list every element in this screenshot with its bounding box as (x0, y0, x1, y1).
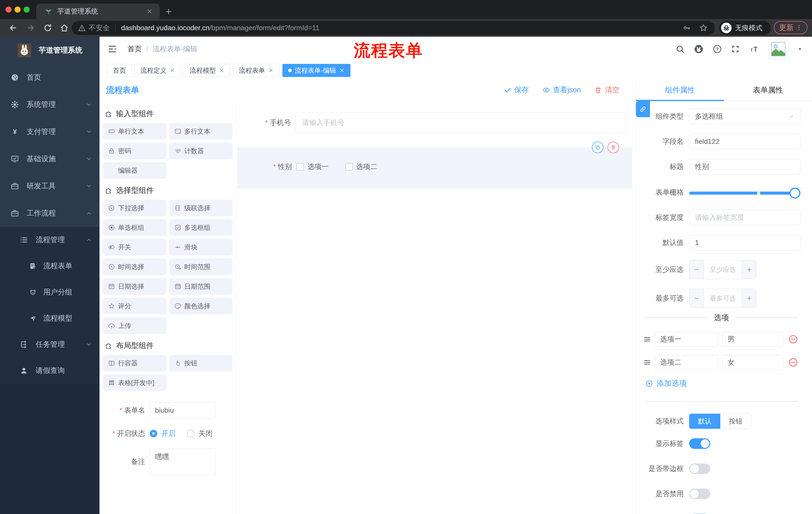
font-size-icon[interactable]: TT (749, 44, 760, 54)
component-item-下拉选择[interactable]: 下拉选择 (103, 200, 166, 216)
slider-handle[interactable] (789, 188, 801, 199)
component-item-上传[interactable]: 上传 (103, 317, 166, 334)
toggle-是否带边框[interactable] (689, 463, 710, 474)
component-item-级联选择[interactable]: 级联选择 (169, 200, 233, 216)
component-item-时间选择[interactable]: 时间选择 (103, 259, 166, 275)
status-off-radio[interactable] (187, 430, 195, 437)
phone-field-input[interactable] (295, 112, 626, 133)
fullscreen-icon[interactable] (731, 44, 740, 54)
tab-close-icon[interactable] (339, 67, 345, 73)
traffic-light-zoom[interactable] (24, 6, 30, 12)
status-on-radio[interactable] (150, 430, 157, 437)
collapse-sidebar-icon[interactable] (108, 44, 117, 54)
sidebar-item-0-首页[interactable]: 首页 (0, 64, 99, 91)
checkbox[interactable] (296, 163, 304, 170)
sidebar-item-2-支付管理[interactable]: ¥支付管理 (0, 118, 99, 145)
remark-textarea[interactable]: 嘿嘿 (150, 449, 215, 475)
home-button[interactable] (60, 23, 69, 32)
field-name-input[interactable] (689, 134, 801, 150)
remove-option-button[interactable] (788, 357, 798, 368)
page-tab-首页[interactable]: 首页 (107, 64, 132, 77)
sidebar-logo[interactable]: 芋道管理系统 (0, 37, 99, 64)
stepper-decrease-button[interactable] (689, 289, 703, 307)
page-tab-流程表单[interactable]: 流程表单 (233, 64, 279, 77)
stepper-increase-button[interactable] (742, 260, 756, 279)
gender-option-选项一[interactable]: 选项一 (296, 162, 329, 171)
grid-slider[interactable] (689, 192, 800, 195)
component-item-评分[interactable]: 评分 (103, 298, 166, 314)
page-tab-流程模型[interactable]: 流程模型 (184, 64, 230, 77)
sidebar-item-4-研发工具[interactable]: 研发工具 (0, 172, 99, 200)
forward-button[interactable] (26, 23, 35, 32)
component-item-编辑器[interactable]: 编辑器 (103, 162, 166, 179)
page-tab-流程表单-编辑[interactable]: 流程表单-编辑 (282, 64, 350, 77)
bookmark-star-icon[interactable] (699, 24, 708, 32)
option-name-input[interactable] (655, 355, 718, 370)
component-item-日期范围[interactable]: 日期范围 (169, 278, 233, 295)
option-name-input[interactable] (655, 332, 718, 347)
option-value-input[interactable] (722, 355, 783, 370)
add-option-button[interactable]: 添加选项 (645, 378, 801, 388)
avatar-caret-icon[interactable] (797, 46, 803, 52)
reload-button[interactable] (43, 23, 52, 32)
component-item-计数器[interactable]: 123计数器 (169, 142, 233, 159)
label-width-input[interactable] (689, 210, 801, 225)
back-button[interactable] (8, 23, 18, 32)
form-canvas[interactable]: 手机号 性别 选项一选项二 (236, 101, 636, 514)
min-select-input[interactable] (703, 260, 742, 279)
breadcrumb-home[interactable]: 首页 (127, 44, 142, 54)
component-type-select[interactable]: 多选框组 (689, 109, 801, 124)
traffic-light-close[interactable] (5, 6, 11, 12)
tab-close-icon[interactable] (170, 67, 175, 73)
new-tab-button[interactable] (165, 7, 173, 16)
stepper-decrease-button[interactable] (689, 260, 703, 279)
avatar[interactable] (768, 39, 788, 59)
component-item-密码[interactable]: 密码 (103, 142, 166, 159)
github-icon[interactable] (693, 44, 704, 54)
sidebar-item-3-基础设施[interactable]: 基础设施 (0, 145, 99, 172)
sidebar-subitem-3-流程模型[interactable]: 流程模型 (0, 305, 99, 331)
component-item-多选框组[interactable]: 多选框组 (169, 219, 233, 236)
traffic-light-minimize[interactable] (14, 6, 21, 12)
component-item-按钮[interactable]: 按钮 (169, 355, 233, 372)
stepper-increase-button[interactable] (742, 289, 756, 307)
component-item-单行文本[interactable]: 单行文本 (103, 123, 166, 140)
delete-component-button[interactable] (608, 141, 619, 153)
address-bar[interactable]: 不安全 dashboard.yudao.iocoder.cn /bpm/mana… (71, 21, 715, 35)
tab-close-icon[interactable] (146, 8, 153, 15)
checkbox[interactable] (345, 163, 353, 170)
tab-close-icon[interactable] (268, 67, 273, 73)
save-button[interactable]: 保存 (504, 85, 529, 95)
title-input[interactable] (689, 159, 801, 174)
tab-form-props[interactable]: 表单属性 (724, 79, 812, 101)
sidebar-item-1-系统管理[interactable]: 系统管理 (0, 91, 99, 118)
sidebar-item-5-工作流程[interactable]: 工作流程 (0, 200, 99, 227)
browser-menu-icon[interactable] (796, 24, 802, 31)
browser-tab[interactable]: 芋道管理系统 (36, 3, 160, 19)
component-item-日期选择[interactable]: 日期选择 (103, 278, 166, 295)
component-item-时间范围[interactable]: 时间范围 (169, 259, 233, 275)
sidebar-subitem-4-任务管理[interactable]: 任务管理 (0, 331, 99, 358)
option-style-默认[interactable]: 默认 (689, 414, 720, 429)
collapse-panel-handle[interactable] (636, 101, 650, 117)
gender-option-选项二[interactable]: 选项二 (345, 162, 377, 171)
component-item-表格[开发中][interactable]: 表格[开发中] (103, 374, 166, 391)
component-item-开关[interactable]: 开关 (103, 239, 166, 255)
selected-component-block[interactable]: 性别 选项一选项二 (237, 147, 632, 189)
option-style-按钮[interactable]: 按钮 (720, 414, 751, 429)
remove-option-button[interactable] (788, 334, 798, 344)
view-json-button[interactable]: 查看json (543, 85, 581, 95)
help-icon[interactable]: ? (713, 44, 722, 54)
duplicate-component-button[interactable] (592, 141, 604, 153)
component-item-多行文本[interactable]: 多行文本 (169, 123, 233, 140)
tab-component-props[interactable]: 组件属性 (636, 79, 724, 101)
browser-update-button[interactable]: 更新 (774, 21, 808, 34)
tab-close-icon[interactable] (219, 67, 224, 73)
password-key-icon[interactable] (683, 24, 691, 32)
search-icon[interactable] (675, 44, 685, 54)
toggle-是否禁用[interactable] (689, 489, 710, 499)
sidebar-subitem-1-流程表单[interactable]: 流程表单 (0, 253, 99, 279)
sidebar-subitem-5-请假查询[interactable]: 请假查询 (0, 358, 99, 384)
component-item-单选框组[interactable]: 单选框组 (103, 219, 166, 236)
max-select-input[interactable] (703, 289, 742, 307)
